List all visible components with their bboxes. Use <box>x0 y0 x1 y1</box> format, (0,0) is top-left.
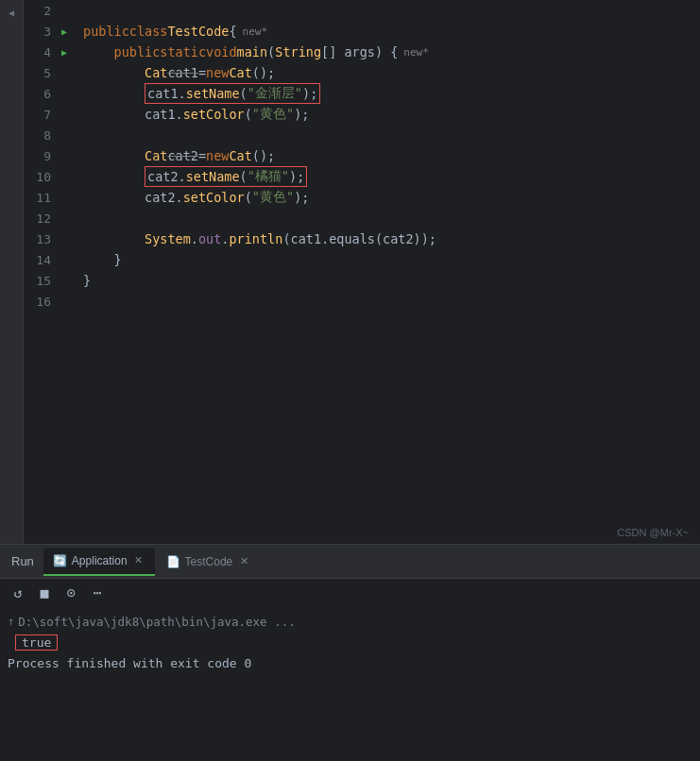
console-area: ↑ D:\soft\java\jdk8\path\bin\java.exe ..… <box>0 607 700 761</box>
line-num-6: 6 <box>24 87 57 101</box>
keyword-class: class <box>129 24 168 39</box>
line-num-16: 16 <box>24 295 57 309</box>
run-icon-3[interactable]: ▶ <box>57 26 72 37</box>
line-num-12: 12 <box>24 211 57 226</box>
console-exit-text: Process finished with exit code 0 <box>8 656 251 670</box>
tab-application-label: Application <box>72 554 128 567</box>
code-line-12 <box>76 208 700 228</box>
redbox-line6: cat1 . setName ( "金渐层" ); <box>145 83 320 104</box>
code-line-16 <box>76 291 700 312</box>
code-line-8 <box>76 125 700 145</box>
rerun-button[interactable]: ↺ <box>8 583 28 603</box>
sidebar-toggle[interactable]: ◀ <box>9 8 14 18</box>
console-result-line: true <box>8 632 700 652</box>
line-num-2: 2 <box>24 4 57 18</box>
code-line-9: Cat cat2 = new Cat (); <box>76 145 700 166</box>
tab-testcode-close[interactable]: ✕ <box>237 555 250 568</box>
console-cmd-line: ↑ D:\soft\java\jdk8\path\bin\java.exe ..… <box>8 611 700 632</box>
line-num-3: 3 <box>24 25 57 39</box>
editor-area: ◀ 2 3▶ 4▶ 5 6 7 8 9 10 11 12 13 14 15 16… <box>0 0 700 544</box>
tab-application-close[interactable]: ✕ <box>132 554 145 567</box>
line-num-8: 8 <box>24 128 57 143</box>
line-num-5: 5 <box>24 66 57 80</box>
bottom-panel: Run 🔄 Application ✕ 📄 TestCode ✕ ↺ ■ ⊙ ⋯… <box>0 544 700 761</box>
left-sidebar: ◀ <box>0 0 24 544</box>
tab-application[interactable]: 🔄 Application ✕ <box>43 548 155 576</box>
line-num-9: 9 <box>24 149 57 163</box>
console-exit-line: Process finished with exit code 0 <box>8 652 700 673</box>
code-line-7: cat1 . setColor ( "黄色" ); <box>76 104 700 125</box>
console-cmd-text: D:\soft\java\jdk8\path\bin\java.exe ... <box>18 615 296 629</box>
more-button[interactable]: ⋯ <box>87 583 108 603</box>
code-line-6: cat1 . setName ( "金渐层" ); <box>76 83 700 104</box>
testcode-icon: 📄 <box>166 555 180 568</box>
code-line-15: } <box>76 270 700 291</box>
keyword-public: public <box>83 24 129 39</box>
code-line-13: System . out . println (cat1.equals(cat2… <box>76 228 700 249</box>
line-num-11: 11 <box>24 191 57 205</box>
code-line-2 <box>76 0 700 21</box>
console-arrow-icon: ↑ <box>8 615 14 628</box>
console-toolbar: ↺ ■ ⊙ ⋯ <box>0 579 700 607</box>
tab-bar: Run 🔄 Application ✕ 📄 TestCode ✕ <box>0 545 700 579</box>
code-line-5: Cat cat1 = new Cat (); <box>76 62 700 83</box>
console-result-value: true <box>15 634 58 651</box>
line-gutter: 2 3▶ 4▶ 5 6 7 8 9 10 11 12 13 14 15 16 <box>24 0 76 544</box>
line-num-4: 4 <box>24 45 57 59</box>
class-name: TestCode <box>167 24 229 39</box>
line-num-10: 10 <box>24 170 57 184</box>
tab-testcode[interactable]: 📄 TestCode ✕ <box>157 548 261 576</box>
watermark: CSDN @Mr-X~ <box>617 527 689 538</box>
line-num-15: 15 <box>24 274 57 288</box>
code-line-4: public static void main ( String [] args… <box>76 42 700 62</box>
code-line-3: public class TestCode { new* <box>76 21 700 42</box>
run-icon-4[interactable]: ▶ <box>57 47 72 58</box>
run-label: Run <box>8 554 42 568</box>
coverage-button[interactable]: ⊙ <box>60 583 81 603</box>
line-num-14: 14 <box>24 253 57 267</box>
redbox-line10: cat2 . setName ( "橘猫" ); <box>145 166 307 187</box>
application-icon: 🔄 <box>53 554 67 567</box>
code-line-10: cat2 . setName ( "橘猫" ); <box>76 166 700 187</box>
code-line-11: cat2 . setColor ( "黄色" ); <box>76 187 700 208</box>
code-line-14: } <box>76 249 700 270</box>
line-num-7: 7 <box>24 108 57 122</box>
line-num-13: 13 <box>24 232 57 246</box>
stop-button[interactable]: ■ <box>34 583 55 603</box>
code-content: public class TestCode { new* public stat… <box>76 0 700 544</box>
tab-testcode-label: TestCode <box>185 555 233 568</box>
